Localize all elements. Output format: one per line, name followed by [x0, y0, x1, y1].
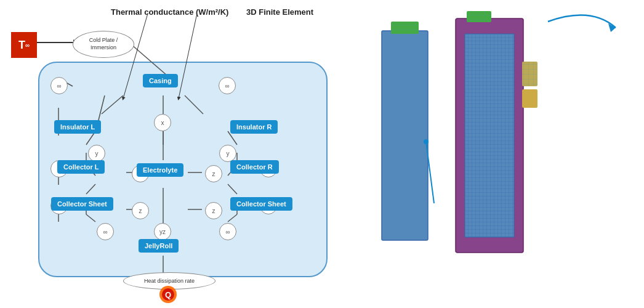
collector-sheet-l-node: Collector Sheet [51, 197, 113, 211]
thermal-conductance-label: Thermal conductance (W/m²/K) [111, 7, 228, 17]
cold-plate-immersion-oval: Cold Plate /Immersion [73, 31, 134, 58]
jellyroll-node: JellyRoll [139, 239, 179, 253]
diagram-area: Thermal conductance (W/m²/K) 3D Finite E… [0, 0, 382, 308]
circle-inf-bottom-left: ∞ [97, 223, 114, 240]
circle-x: x [154, 114, 171, 131]
collector-r-node: Collector R [230, 160, 279, 174]
circle-inf-bottom-right: ∞ [219, 223, 236, 240]
circle-inf-topleft: ∞ [50, 77, 68, 94]
svg-rect-43 [465, 34, 514, 237]
svg-rect-46 [391, 22, 419, 34]
insulator-l-node: Insulator L [54, 120, 101, 134]
svg-rect-50 [522, 62, 537, 86]
t-inf-box: T∞ [11, 32, 37, 58]
circle-yz: yz [154, 223, 171, 240]
circle-z4: z [205, 202, 222, 219]
svg-rect-48 [467, 11, 491, 22]
finite-element-label: 3D Finite Element [246, 7, 313, 17]
circle-y1: y [88, 145, 105, 162]
circle-z3: z [132, 202, 149, 219]
circle-inf-topright: ∞ [219, 77, 236, 94]
q-icon: Q [158, 285, 177, 304]
svg-rect-51 [522, 89, 537, 108]
insulator-r-node: Insulator R [230, 120, 278, 134]
svg-text:Q: Q [165, 290, 171, 299]
circle-y2: y [219, 145, 236, 162]
t-inf-arrow [37, 42, 77, 43]
svg-rect-37 [382, 31, 428, 240]
collector-sheet-r-node: Collector Sheet [230, 197, 292, 211]
electrolyte-node: Electrolyte [137, 163, 183, 177]
fe-area: Cold Plate Aluminium λ [W/m²/K] Cp[J/kg/… [376, 0, 644, 308]
collector-l-node: Collector L [57, 160, 105, 174]
svg-point-54 [424, 139, 429, 144]
circle-z2: z [205, 165, 222, 182]
fe-mesh-svg [376, 0, 644, 296]
casing-node: Casing [143, 74, 178, 87]
